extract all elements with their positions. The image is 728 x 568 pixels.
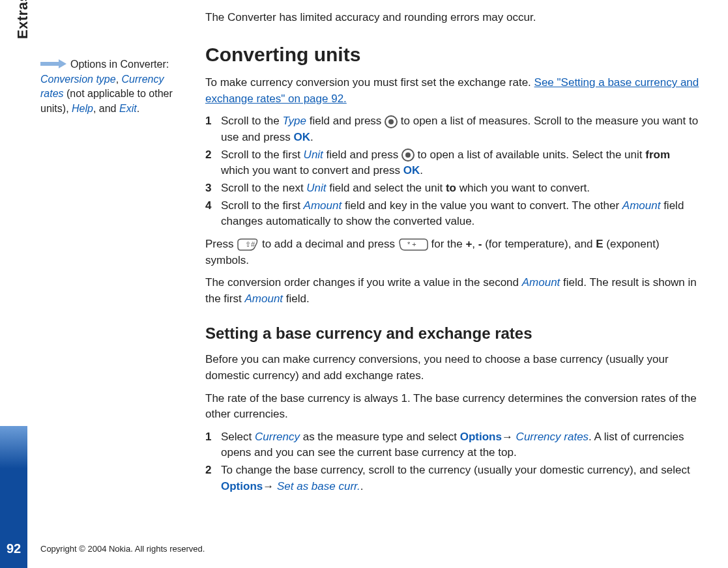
base-currency-rate-note: The rate of the base currency is always … [205, 391, 701, 423]
svg-text:⇧#: ⇧# [245, 240, 255, 248]
base-currency-intro: Before you can make currency conversions… [205, 352, 701, 384]
steps-base-currency: 1 Select Currency as the measure type an… [205, 429, 701, 495]
joystick-icon [385, 115, 398, 127]
step-1: 1 Scroll to the Type field and press to … [205, 113, 701, 145]
svg-point-3 [388, 119, 394, 124]
sidebar-lead: Options in Converter: [70, 59, 169, 70]
sidebar-opt-conversion-type: Conversion type [40, 74, 116, 85]
step-4: 4 Scroll to the first Amount field and k… [205, 198, 701, 230]
bc-step-2: 2 To change the base currency, scroll to… [205, 462, 701, 494]
decimal-note: Press ⇧# to add a decimal and press * + … [205, 236, 701, 268]
heading-converting-units: Converting units [205, 40, 701, 69]
svg-rect-0 [40, 62, 59, 66]
heading-base-currency: Setting a base currency and exchange rat… [205, 322, 701, 345]
softkey-ok: OK [403, 164, 420, 177]
field-unit: Unit [304, 149, 323, 161]
page-number: 92 [0, 541, 27, 556]
main-content: The Converter has limited accuracy and r… [205, 3, 701, 500]
joystick-icon [401, 149, 415, 161]
step-3: 3 Scroll to the next Unit field and sele… [205, 180, 701, 197]
star-key-icon: * + [398, 238, 428, 250]
svg-text:* +: * + [407, 240, 416, 248]
currency-note: To make currency conversion you must fir… [205, 75, 701, 107]
softkey-options: Options [221, 480, 263, 492]
measure-currency: Currency [255, 431, 300, 443]
step-2: 2 Scroll to the first Unit field and pre… [205, 147, 701, 179]
chapter-label: Extras [14, 0, 31, 39]
copyright-text: Copyright © 2004 Nokia. All rights reser… [40, 544, 205, 554]
field-unit: Unit [306, 182, 326, 194]
page-root: Extras 92 Copyright © 2004 Nokia. All ri… [0, 0, 728, 568]
svg-marker-1 [59, 59, 66, 68]
softkey-options: Options [460, 431, 502, 443]
bc-step-1: 1 Select Currency as the measure type an… [205, 429, 701, 461]
hash-key-icon: ⇧# [237, 238, 259, 250]
svg-point-5 [405, 152, 411, 158]
steps-converting-units: 1 Scroll to the Type field and press to … [205, 113, 701, 229]
conversion-order-note: The conversion order changes if you writ… [205, 275, 701, 307]
field-amount: Amount [522, 276, 561, 289]
intro-text: The Converter has limited accuracy and r… [205, 10, 701, 26]
field-type: Type [283, 115, 307, 127]
sidebar-opt-exit: Exit [119, 103, 137, 114]
field-amount: Amount [622, 199, 661, 212]
field-amount: Amount [304, 199, 342, 212]
softkey-ok: OK [294, 131, 311, 143]
sidebar-opt-help: Help [72, 103, 93, 114]
menu-currency-rates: Currency rates [516, 431, 589, 443]
menu-set-as-base-curr: Set as base curr. [277, 480, 360, 492]
field-amount: Amount [244, 292, 283, 305]
arrow-right-icon [40, 58, 66, 72]
sidebar-note: Options in Converter: Conversion type, C… [40, 57, 181, 116]
